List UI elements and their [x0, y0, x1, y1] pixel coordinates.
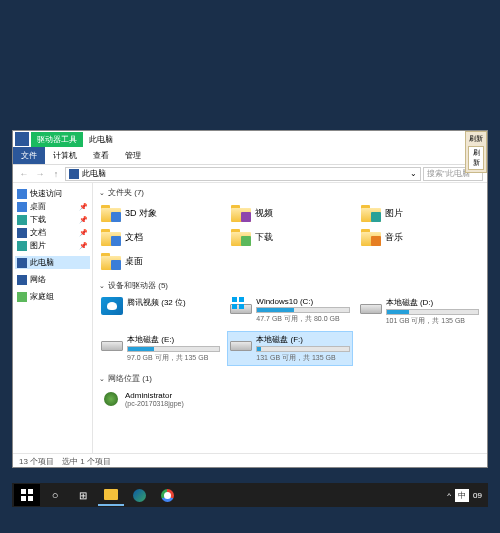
folder-视频[interactable]: 视频: [229, 202, 351, 224]
globe-icon: [101, 390, 121, 408]
usage-bar: [127, 346, 220, 352]
app-icon: [15, 132, 29, 146]
network-location[interactable]: Administrator (pc-20170318jgpe): [99, 388, 481, 410]
ribbon: 文件 计算机 查看 管理: [13, 147, 487, 165]
content-area: ⌄文件夹 (7) 3D 对象视频图片文档下载音乐桌面 ⌄设备和驱动器 (5) 腾…: [93, 183, 487, 453]
folder-图片[interactable]: 图片: [359, 202, 481, 224]
folder-下载[interactable]: 下载: [229, 226, 351, 248]
pc-icon: [17, 258, 27, 268]
folder-label: 视频: [255, 207, 273, 220]
pin-icon: 📌: [79, 229, 88, 237]
drive-icon: [230, 334, 252, 352]
refresh-panel: 刷新 刷新: [465, 131, 487, 173]
network-icon: [17, 275, 27, 285]
drive-本地磁盘 (F:)[interactable]: 本地磁盘 (F:)131 GB 可用，共 135 GB: [228, 332, 351, 365]
up-button[interactable]: ↑: [49, 167, 63, 181]
drives-section: ⌄设备和驱动器 (5) 腾讯视频 (32 位)Windows10 (C:)47.…: [99, 280, 481, 365]
sidebar-desktop[interactable]: 桌面📌: [15, 200, 90, 213]
sidebar-pictures[interactable]: 图片📌: [15, 239, 90, 252]
taskbar-edge[interactable]: [126, 484, 152, 506]
documents-icon: [17, 228, 27, 238]
taskview-button[interactable]: ⊞: [70, 484, 96, 506]
tencent-icon: [101, 297, 123, 315]
pin-icon: 📌: [79, 242, 88, 250]
folder-label: 3D 对象: [125, 207, 157, 220]
ribbon-file[interactable]: 文件: [13, 147, 45, 164]
folder-音乐[interactable]: 音乐: [359, 226, 481, 248]
taskbar-explorer[interactable]: [98, 484, 124, 506]
system-tray[interactable]: ^ 中 09: [447, 489, 486, 502]
drives-header[interactable]: ⌄设备和驱动器 (5): [99, 280, 481, 291]
explorer-window: 驱动器工具 此电脑 文件 计算机 查看 管理 ← → ↑ 此电脑 ⌄ 搜索"此电…: [12, 130, 488, 468]
back-button[interactable]: ←: [17, 167, 31, 181]
network-header[interactable]: ⌄网络位置 (1): [99, 373, 481, 384]
folder-label: 文档: [125, 231, 143, 244]
drive-icon: [230, 297, 252, 315]
folder-icon: [101, 252, 121, 270]
homegroup-icon: [17, 292, 27, 302]
folder-icon: [104, 489, 118, 500]
address-bar: ← → ↑ 此电脑 ⌄ 搜索"此电脑" 刷新 刷新: [13, 165, 487, 183]
windows-icon: [21, 489, 33, 501]
folder-label: 图片: [385, 207, 403, 220]
ribbon-manage[interactable]: 管理: [117, 147, 149, 164]
window-title: 此电脑: [83, 132, 119, 147]
forward-button[interactable]: →: [33, 167, 47, 181]
breadcrumb[interactable]: 此电脑 ⌄: [65, 167, 421, 181]
folder-icon: [101, 204, 121, 222]
statusbar: 13 个项目 选中 1 个项目: [13, 453, 487, 469]
drive-icon: [101, 334, 123, 352]
windows-icon: [232, 297, 244, 309]
sidebar-documents[interactable]: 文档📌: [15, 226, 90, 239]
breadcrumb-location: 此电脑: [82, 168, 106, 179]
edge-icon: [133, 489, 146, 502]
usage-bar: [386, 309, 479, 315]
folder-icon: [361, 204, 381, 222]
pc-icon: [69, 169, 79, 179]
folder-icon: [231, 228, 251, 246]
tray-chevron-icon[interactable]: ^: [447, 491, 451, 500]
folder-label: 音乐: [385, 231, 403, 244]
pictures-icon: [17, 241, 27, 251]
folder-icon: [101, 228, 121, 246]
drive-icon: [360, 297, 382, 315]
drive-本地磁盘 (E:)[interactable]: 本地磁盘 (E:)97.0 GB 可用，共 135 GB: [99, 332, 222, 365]
pin-icon: 📌: [79, 216, 88, 224]
taskbar: ○ ⊞ ^ 中 09: [12, 483, 488, 507]
chrome-icon: [161, 489, 174, 502]
sidebar-network[interactable]: 网络: [15, 273, 90, 286]
usage-bar: [256, 307, 349, 313]
drive-本地磁盘 (D:)[interactable]: 本地磁盘 (D:)101 GB 可用，共 135 GB: [358, 295, 481, 328]
context-tab[interactable]: 驱动器工具: [31, 132, 83, 147]
sidebar-quick-access[interactable]: 快速访问: [15, 187, 90, 200]
folder-桌面[interactable]: 桌面: [99, 250, 221, 272]
drive-tencent[interactable]: 腾讯视频 (32 位): [99, 295, 222, 328]
folder-3D 对象[interactable]: 3D 对象: [99, 202, 221, 224]
folder-icon: [361, 228, 381, 246]
search-button[interactable]: ○: [42, 484, 68, 506]
drive-Windows10 (C:)[interactable]: Windows10 (C:)47.7 GB 可用，共 80.0 GB: [228, 295, 351, 328]
sidebar-homegroup[interactable]: 家庭组: [15, 290, 90, 303]
ribbon-view[interactable]: 查看: [85, 147, 117, 164]
ime-indicator[interactable]: 中: [455, 489, 469, 502]
folder-label: 下载: [255, 231, 273, 244]
sidebar: 快速访问 桌面📌 下载📌 文档📌 图片📌 此电脑 网络 家庭组: [13, 183, 93, 453]
folders-section: ⌄文件夹 (7) 3D 对象视频图片文档下载音乐桌面: [99, 187, 481, 272]
taskbar-chrome[interactable]: [154, 484, 180, 506]
downloads-icon: [17, 215, 27, 225]
start-button[interactable]: [14, 484, 40, 506]
folder-icon: [231, 204, 251, 222]
star-icon: [17, 189, 27, 199]
network-section: ⌄网络位置 (1) Administrator (pc-20170318jgpe…: [99, 373, 481, 410]
refresh-button[interactable]: 刷新: [468, 146, 484, 170]
desktop-icon: [17, 202, 27, 212]
clock[interactable]: 09: [473, 491, 482, 500]
folder-label: 桌面: [125, 255, 143, 268]
usage-bar: [256, 346, 349, 352]
sidebar-downloads[interactable]: 下载📌: [15, 213, 90, 226]
sidebar-this-pc[interactable]: 此电脑: [15, 256, 90, 269]
folders-header[interactable]: ⌄文件夹 (7): [99, 187, 481, 198]
titlebar: 驱动器工具 此电脑: [13, 131, 487, 147]
folder-文档[interactable]: 文档: [99, 226, 221, 248]
ribbon-computer[interactable]: 计算机: [45, 147, 85, 164]
